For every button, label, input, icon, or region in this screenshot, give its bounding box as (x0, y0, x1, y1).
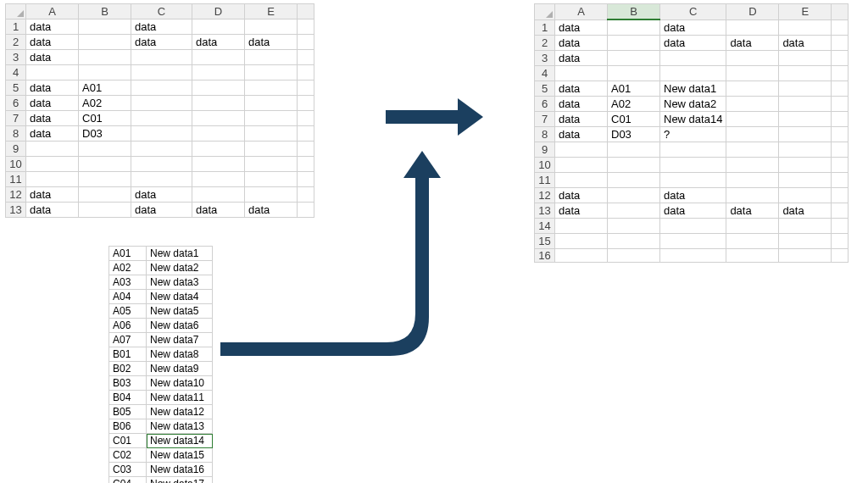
lookup-value[interactable]: New data11 (147, 391, 213, 405)
cell[interactable]: data (26, 80, 79, 96)
cell[interactable] (555, 233, 608, 248)
cell[interactable] (832, 218, 849, 233)
cell[interactable]: data (192, 203, 245, 218)
cell[interactable] (131, 65, 192, 80)
cell[interactable]: data (26, 35, 79, 50)
col-header-C[interactable]: C (131, 4, 192, 19)
cell[interactable] (726, 80, 779, 96)
lookup-value[interactable]: New data9 (147, 362, 213, 376)
lookup-key[interactable]: B06 (109, 419, 147, 434)
cell[interactable] (192, 111, 245, 126)
cell[interactable]: data (131, 203, 192, 218)
col-header-E[interactable]: E (245, 4, 298, 19)
cell[interactable] (726, 65, 779, 80)
cell[interactable] (79, 157, 131, 172)
lookup-value[interactable]: New data15 (147, 448, 213, 463)
cell[interactable] (79, 172, 131, 187)
cell[interactable] (608, 50, 660, 65)
row-header[interactable]: 9 (6, 142, 26, 157)
cell[interactable] (131, 80, 192, 96)
select-all-corner[interactable] (535, 4, 555, 20)
col-header-C[interactable]: C (660, 4, 726, 20)
lookup-key[interactable]: A02 (109, 261, 147, 275)
cell[interactable] (298, 19, 314, 35)
cell[interactable] (245, 96, 298, 111)
lookup-value[interactable]: New data2 (147, 261, 213, 275)
cell[interactable]: New data1 (660, 80, 726, 96)
cell[interactable] (660, 218, 726, 233)
cell[interactable] (608, 35, 660, 50)
cell[interactable] (779, 50, 832, 65)
cell[interactable] (779, 111, 832, 126)
cell[interactable] (555, 65, 608, 80)
cell[interactable] (832, 203, 849, 218)
lookup-key[interactable]: B02 (109, 362, 147, 376)
lookup-key[interactable]: B01 (109, 347, 147, 362)
cell[interactable]: data (131, 187, 192, 203)
cell[interactable]: data (26, 111, 79, 126)
cell[interactable] (832, 157, 849, 172)
row-header[interactable]: 11 (535, 172, 555, 187)
cell[interactable] (608, 203, 660, 218)
cell[interactable] (245, 80, 298, 96)
cell[interactable] (298, 187, 314, 203)
cell[interactable] (608, 65, 660, 80)
cell[interactable] (779, 126, 832, 142)
col-header-extra[interactable] (832, 4, 849, 20)
cell[interactable] (192, 187, 245, 203)
cell[interactable] (779, 187, 832, 203)
cell[interactable] (660, 233, 726, 248)
cell[interactable] (779, 142, 832, 157)
cell[interactable] (131, 111, 192, 126)
cell[interactable] (726, 96, 779, 111)
cell[interactable]: data (555, 126, 608, 142)
cell[interactable] (298, 203, 314, 218)
cell[interactable] (555, 142, 608, 157)
row-header[interactable]: 10 (6, 157, 26, 172)
cell[interactable] (192, 65, 245, 80)
cell[interactable]: C01 (608, 111, 660, 126)
cell[interactable] (555, 248, 608, 262)
cell[interactable] (779, 80, 832, 96)
cell[interactable] (832, 233, 849, 248)
row-header[interactable]: 7 (6, 111, 26, 126)
row-header[interactable]: 16 (535, 248, 555, 262)
lookup-table[interactable]: A01New data1A02New data2A03New data3A04N… (108, 246, 213, 483)
row-header[interactable]: 3 (6, 50, 26, 65)
lookup-value[interactable]: New data14 (147, 434, 213, 448)
cell[interactable]: data (245, 35, 298, 50)
cell[interactable]: data (26, 19, 79, 35)
col-header-A[interactable]: A (555, 4, 608, 20)
lookup-key[interactable]: B05 (109, 405, 147, 419)
cell[interactable]: data (555, 80, 608, 96)
cell[interactable] (245, 65, 298, 80)
cell[interactable]: data (660, 187, 726, 203)
cell[interactable] (298, 111, 314, 126)
row-header[interactable]: 13 (6, 203, 26, 218)
lookup-key[interactable]: A05 (109, 304, 147, 319)
cell[interactable] (608, 248, 660, 262)
cell[interactable] (726, 142, 779, 157)
cell[interactable] (726, 126, 779, 142)
cell[interactable] (726, 111, 779, 126)
cell[interactable] (131, 96, 192, 111)
cell[interactable] (832, 19, 849, 35)
cell[interactable] (79, 50, 131, 65)
cell[interactable]: C01 (79, 111, 131, 126)
cell[interactable] (779, 157, 832, 172)
lookup-key[interactable]: C04 (109, 477, 147, 484)
cell[interactable] (608, 187, 660, 203)
cell[interactable]: data (131, 35, 192, 50)
cell[interactable]: data (192, 35, 245, 50)
cell[interactable] (660, 172, 726, 187)
cell[interactable] (608, 233, 660, 248)
cell[interactable] (832, 50, 849, 65)
cell[interactable] (779, 19, 832, 35)
cell[interactable]: New data14 (660, 111, 726, 126)
cell[interactable] (245, 19, 298, 35)
cell[interactable] (192, 80, 245, 96)
cell[interactable] (245, 126, 298, 142)
cell[interactable] (832, 111, 849, 126)
cell[interactable] (832, 96, 849, 111)
col-header-D[interactable]: D (192, 4, 245, 19)
